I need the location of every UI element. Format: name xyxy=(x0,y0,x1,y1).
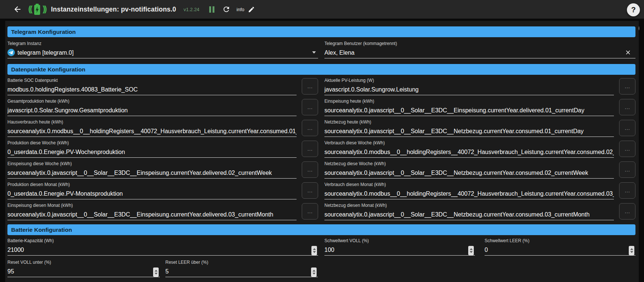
select-object-id-button[interactable]: … xyxy=(619,141,635,157)
number-input[interactable]: 21000 xyxy=(7,245,318,256)
field-label: Verbrauch diesen Monat (kWh) xyxy=(324,182,386,187)
spinner-down-icon[interactable] xyxy=(155,273,158,275)
object-id-input[interactable]: sourceanalytix.0.javascript__0__Solar__E… xyxy=(324,106,614,116)
field-label: Produktion diese Woche (kWh) xyxy=(7,140,69,145)
number-input[interactable]: 0 xyxy=(485,245,635,256)
object-id-input[interactable]: 0_userdata.0.Energie.PV-Monatsproduktion xyxy=(7,189,297,199)
field-label: Einspeisung diese Woche (kWh) xyxy=(7,161,72,166)
telegram-instance-select[interactable]: telegram [telegram.0] xyxy=(7,48,318,58)
battery-number-field: Batterie-Kapazität (Wh)21000 xyxy=(7,237,318,256)
field-label: Batterie-Kapazität (Wh) xyxy=(7,238,54,243)
object-id-input[interactable]: sourceanalytix.0.modbus__0__holdingRegis… xyxy=(324,147,614,158)
adapter-version: v1.2.24 xyxy=(184,7,200,12)
select-object-id-button[interactable]: … xyxy=(619,182,635,199)
help-button[interactable]: ? xyxy=(627,3,640,16)
chevron-down-icon[interactable] xyxy=(312,51,316,54)
field-label: Batterie SOC Datenpunkt xyxy=(7,78,58,83)
select-object-id-button[interactable]: … xyxy=(302,120,318,136)
datapoint-field: Gesamtproduktion heute (kWh)javascript.0… xyxy=(7,97,318,116)
spinner-down-icon[interactable] xyxy=(313,273,315,275)
datapoint-field: Batterie SOC Datenpunktmodbus.0.holdingR… xyxy=(7,77,318,95)
spinner-up-icon[interactable] xyxy=(313,248,316,250)
field-label: Einspeisung heute (kWh) xyxy=(324,99,374,104)
datapoint-field: Produktion diesen Monat (kWh)0_userdata.… xyxy=(7,181,318,199)
select-object-id-button[interactable]: … xyxy=(302,78,318,94)
select-object-id-button[interactable]: … xyxy=(302,141,318,157)
field-label: Schwellwert VOLL (%) xyxy=(324,238,369,243)
field-label: Reset LEER über (%) xyxy=(165,260,208,265)
pencil-glyph xyxy=(248,6,255,13)
select-object-id-button[interactable]: … xyxy=(302,161,318,178)
field-label: Aktuelle PV-Leistung (W) xyxy=(324,78,374,83)
spinner-up-icon[interactable] xyxy=(313,270,315,272)
datapoint-field: Produktion diese Woche (kWh)0_userdata.0… xyxy=(7,139,318,158)
spinner-up-icon[interactable] xyxy=(630,248,633,250)
back-icon[interactable] xyxy=(13,4,22,14)
select-object-id-button[interactable]: … xyxy=(619,78,635,94)
select-object-id-button[interactable]: … xyxy=(302,99,318,115)
telegram-users-input[interactable]: Alex, Elena xyxy=(324,48,635,58)
datapoint-field: Aktuelle PV-Leistung (W)javascript.0.Sol… xyxy=(324,77,635,95)
object-id-input[interactable]: 0_userdata.0.Energie.PV-Wochenproduktion xyxy=(7,147,297,158)
battery-number-field: Schwellwert VOLL (%)100 xyxy=(324,237,475,256)
number-spinner[interactable] xyxy=(311,246,317,255)
spinner-up-icon[interactable] xyxy=(470,248,473,250)
select-object-id-button[interactable]: … xyxy=(619,203,635,219)
edit-pencil-icon[interactable] xyxy=(247,5,256,13)
field-label: Produktion diesen Monat (kWh) xyxy=(7,182,70,187)
field-label: Gesamtproduktion heute (kWh) xyxy=(7,99,69,104)
number-spinner[interactable] xyxy=(153,267,159,277)
field-label: Telegram Instanz xyxy=(7,41,41,46)
field-label: Reset VOLL unter (%) xyxy=(7,260,51,265)
select-object-id-button[interactable]: … xyxy=(302,182,318,199)
select-object-id-button[interactable]: … xyxy=(619,161,635,178)
datapoint-field: Verbrauch diese Woche (kWh)sourceanalyti… xyxy=(324,139,635,158)
number-input[interactable]: 100 xyxy=(324,245,475,256)
object-id-input[interactable]: sourceanalytix.0.javascript__0__Solar__E… xyxy=(7,210,297,220)
select-object-id-button[interactable]: … xyxy=(619,120,635,136)
battery-icon xyxy=(32,3,42,15)
field-label: Netzbezug diesen Monat (kWh) xyxy=(324,203,387,208)
number-spinner[interactable] xyxy=(629,246,634,255)
field-label: Verbrauch diese Woche (kWh) xyxy=(324,140,385,145)
number-spinner[interactable] xyxy=(468,246,474,255)
datapoint-field: Netzbezug diese Woche (kWh)sourceanalyti… xyxy=(324,160,635,179)
log-level-label: info xyxy=(237,7,245,12)
field-label: Hausverbrauch heute (kWh) xyxy=(7,119,63,125)
object-id-input[interactable]: sourceanalytix.0.modbus__0__holdingRegis… xyxy=(324,189,614,199)
datapoint-field: Einspeisung heute (kWh)sourceanalytix.0.… xyxy=(324,97,635,116)
object-id-input[interactable]: javascript.0.Solar.Sungrow.Leistung xyxy=(324,85,614,95)
object-id-input[interactable]: sourceanalytix.0.modbus__0__holdingRegis… xyxy=(7,126,297,137)
section-header-datapoints: Datenpunkte Konfiguration xyxy=(7,64,635,75)
arrow-left-icon xyxy=(13,5,22,14)
instance-settings-dialog: (( )) Instanzeinstellungen: pv-notificat… xyxy=(0,0,644,282)
pause-icon[interactable] xyxy=(208,5,216,13)
select-object-id-button[interactable]: … xyxy=(302,203,318,219)
spinner-up-icon[interactable] xyxy=(155,270,158,272)
datapoint-field: Netzbezug diesen Monat (kWh)sourceanalyt… xyxy=(324,202,635,220)
object-id-input[interactable]: javascript.0.Solar.Sungrow.Gesamtprodukt… xyxy=(7,106,297,116)
object-id-input[interactable]: sourceanalytix.0.javascript__0__Solar__E… xyxy=(324,126,614,137)
field-label: Telegram Benutzer (kommagetrennt) xyxy=(324,41,397,46)
select-object-id-button[interactable]: … xyxy=(619,99,635,115)
telegram-instance-field: Telegram Instanz telegram [telegram.0] xyxy=(7,40,318,58)
object-id-input[interactable]: sourceanalytix.0.javascript__0__Solar__E… xyxy=(7,168,297,179)
spinner-down-icon[interactable] xyxy=(630,251,633,253)
adapter-logo-battery-icon: (( )) xyxy=(28,3,46,15)
datapoint-field: Einspeisung diese Woche (kWh)sourceanaly… xyxy=(7,160,318,179)
spinner-down-icon[interactable] xyxy=(470,251,473,253)
section-header-battery: Batterie Konfiguration xyxy=(7,224,635,235)
refresh-icon[interactable] xyxy=(222,5,231,14)
number-input[interactable]: 95 xyxy=(7,267,160,277)
object-id-input[interactable]: modbus.0.holdingRegisters.40083_Batterie… xyxy=(7,85,297,95)
telegram-icon xyxy=(7,49,15,56)
battery-number-field: Schwellwert LEER (%)0 xyxy=(485,237,635,256)
number-spinner[interactable] xyxy=(311,267,317,277)
object-id-input[interactable]: sourceanalytix.0.javascript__0__Solar__E… xyxy=(324,210,614,220)
close-icon xyxy=(625,49,631,56)
page-title: Instanzeinstellungen: pv-notifications.0 xyxy=(51,6,176,13)
spinner-down-icon[interactable] xyxy=(313,251,316,253)
clear-icon[interactable] xyxy=(624,49,632,56)
number-input[interactable]: 5 xyxy=(165,267,318,277)
object-id-input[interactable]: sourceanalytix.0.javascript__0__Solar__E… xyxy=(324,168,614,179)
